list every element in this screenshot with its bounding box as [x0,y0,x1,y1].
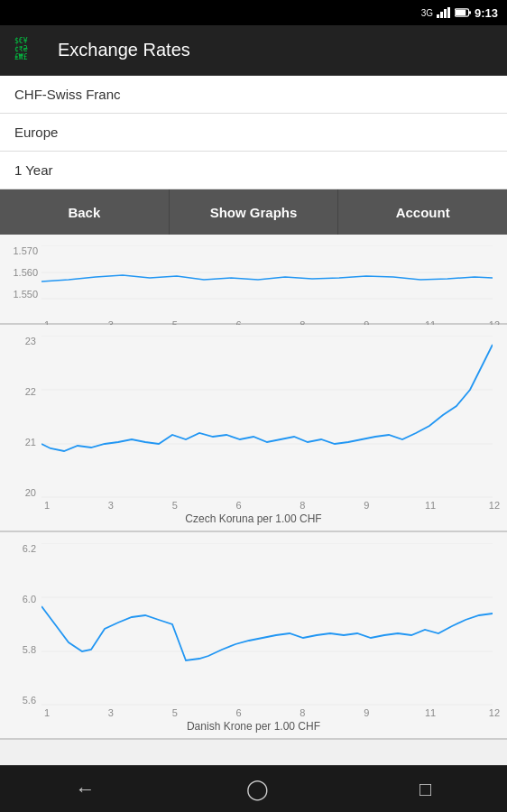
chart-wrapper-2: 23 22 21 20 [7,336,500,498]
nav-home-button[interactable]: ◯ [228,770,287,808]
chart-svg-2 [41,336,493,498]
danish-chart-label: Danish Krone per 1.00 CHF [0,718,507,736]
svg-rect-6 [456,10,466,16]
svg-text:₤₩£: ₤₩£ [14,53,28,61]
home-nav-icon: ◯ [246,778,269,800]
x-axis-3: 1 3 5 6 8 9 11 12 [0,706,507,718]
chart-svg-1 [41,245,493,300]
bulgarian-chart: 1.570 1.560 1.550 1 3 5 6 8 [0,235,507,325]
nav-back-button[interactable]: ← [58,770,114,808]
svg-rect-1 [440,12,443,18]
period-filter[interactable]: 1 Year [0,152,507,189]
x-axis-2: 1 3 5 6 8 9 11 12 [0,498,507,511]
czech-chart-label: Czech Koruna per 1.00 CHF [0,511,507,529]
status-bar: 3G 9:13 [0,0,507,25]
danish-chart: 6.2 6.0 5.8 5.6 1 3 5 6 8 [0,532,507,740]
y-axis-3: 6.2 6.0 5.8 5.6 [7,543,40,706]
nav-recent-button[interactable]: □ [401,770,449,808]
period-value: 1 Year [14,162,53,178]
show-graphs-button[interactable]: Show Graphs [170,189,339,235]
signal-icon: 3G [421,8,433,18]
region-value: Europe [14,125,58,140]
content-wrapper: CHF-Swiss Franc Europe 1 Year Back Show … [0,76,507,765]
svg-text:$€¥: $€¥ [14,37,28,45]
chart-wrapper-1: 1.570 1.560 1.550 [7,245,500,318]
title-bar: $€¥ ¢₹₴ ₤₩£ Exchange Rates [0,25,507,76]
svg-text:¢₹₴: ¢₹₴ [14,45,28,53]
battery-icon [455,7,471,18]
toolbar: Back Show Graphs Account [0,189,507,235]
bottom-nav: ← ◯ □ [0,765,507,812]
svg-rect-2 [444,9,447,18]
account-button[interactable]: Account [338,189,507,235]
charts-area: 1.570 1.560 1.550 1 3 5 6 8 [0,235,507,749]
status-icons: 3G 9:13 [421,6,498,20]
app-logo: $€¥ ¢₹₴ ₤₩£ [11,32,47,69]
recent-nav-icon: □ [419,778,431,800]
svg-rect-5 [469,11,471,14]
y-axis-1: 1.570 1.560 1.550 [7,245,41,300]
svg-rect-3 [447,7,450,18]
czech-chart: 23 22 21 20 1 3 5 6 8 9 [0,325,507,532]
y-axis-2: 23 22 21 20 [7,336,40,498]
region-filter[interactable]: Europe [0,114,507,152]
svg-rect-0 [437,14,439,18]
back-nav-icon: ← [76,778,96,800]
app-title: Exchange Rates [58,40,190,60]
chart-svg-3 [41,543,493,706]
chart-wrapper-3: 6.2 6.0 5.8 5.6 [7,543,500,706]
back-button[interactable]: Back [0,189,170,235]
currency-value: CHF-Swiss Franc [14,87,121,102]
time-display: 9:13 [475,6,498,20]
logo-icon: $€¥ ¢₹₴ ₤₩£ [13,34,45,67]
currency-filter[interactable]: CHF-Swiss Franc [0,76,507,114]
wifi-icon [437,7,451,18]
